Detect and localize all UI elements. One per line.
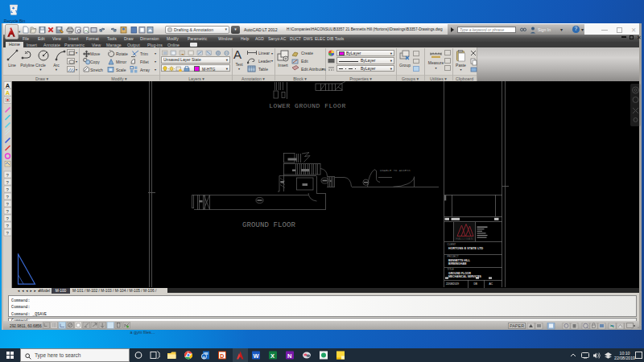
svg-text:TITLE: TITLE	[448, 268, 454, 271]
svg-text:X: X	[270, 352, 275, 360]
svg-text:MECHANICAL SERVICES: MECHANICAL SERVICES	[448, 275, 481, 278]
svg-text:BIRMINGHAM: BIRMINGHAM	[448, 262, 467, 265]
svg-text:HORTONS E STATE LTD: HORTONS E STATE LTD	[448, 247, 483, 250]
svg-text:LOWER GROUND FLOOR: LOWER GROUND FLOOR	[269, 102, 345, 109]
svg-text:PROJECT: PROJECT	[448, 255, 459, 258]
svg-text:HALLIGAN: HALLIGAN	[456, 237, 473, 241]
svg-text:22/08/2019: 22/08/2019	[446, 282, 459, 286]
svg-text:W: W	[253, 352, 259, 360]
svg-text:DB: DB	[474, 282, 477, 286]
svg-text:N: N	[287, 352, 291, 360]
svg-text:D: D	[220, 353, 224, 359]
svg-text:UNABLE TO ACCESS: UNABLE TO ACCESS	[380, 169, 411, 172]
svg-text:GROUND FLOOR: GROUND FLOOR	[242, 221, 296, 229]
svg-text:CLIENT: CLIENT	[448, 243, 456, 246]
svg-text:AC: AC	[489, 282, 493, 286]
